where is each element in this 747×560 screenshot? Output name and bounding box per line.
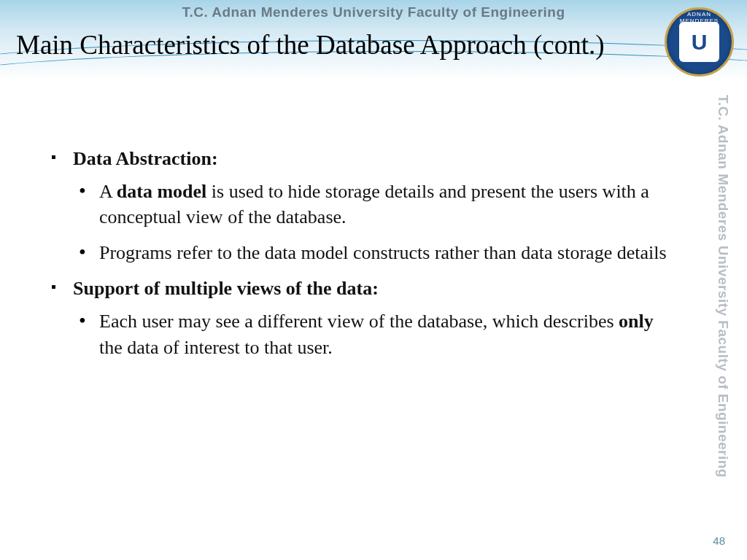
text-run-bold: only — [619, 311, 654, 332]
bullet-heading: Data Abstraction: — [73, 148, 218, 169]
logo-letter: U — [679, 22, 719, 62]
sub-bullet: Each user may see a different view of th… — [73, 308, 674, 359]
side-institution: T.C. Adnan Menderes University Faculty o… — [715, 95, 731, 478]
text-run: A — [99, 181, 117, 202]
bullet-multiple-views: Support of multiple views of the data: E… — [51, 276, 674, 359]
slide-title: Main Characteristics of the Database App… — [16, 29, 605, 61]
university-logo: ADNAN MENDERES U — [665, 7, 734, 77]
bullet-heading: Support of multiple views of the data: — [73, 278, 379, 299]
text-run: the data of interest to that user. — [99, 337, 333, 358]
side-banner: T.C. Adnan Menderes University Faculty o… — [712, 95, 734, 503]
slide-content: Data Abstraction: A data model is used t… — [51, 146, 674, 370]
header-institution: T.C. Adnan Menderes University Faculty o… — [0, 4, 747, 20]
text-run-bold: data model — [117, 181, 207, 202]
text-run: Programs refer to the data model constru… — [99, 242, 667, 263]
text-run: Each user may see a different view of th… — [99, 311, 619, 332]
sub-bullet: Programs refer to the data model constru… — [73, 240, 674, 265]
bullet-data-abstraction: Data Abstraction: A data model is used t… — [51, 146, 674, 265]
page-number: 48 — [713, 534, 725, 547]
sub-bullet: A data model is used to hide storage det… — [73, 179, 674, 230]
